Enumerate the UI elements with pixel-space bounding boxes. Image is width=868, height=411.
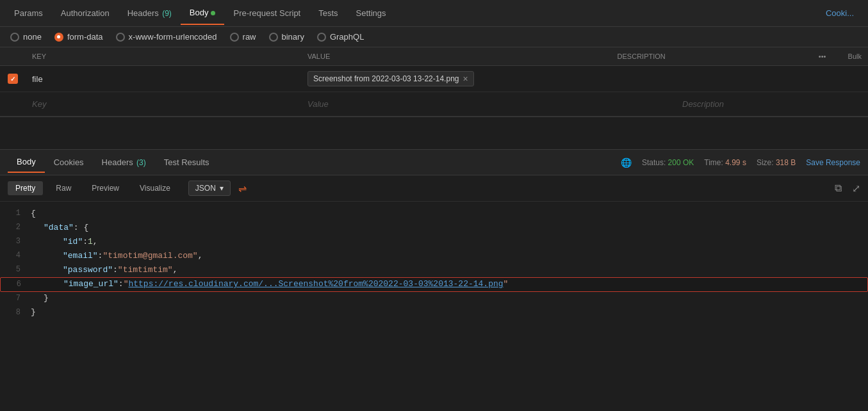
radio-circle-form-data bbox=[54, 33, 63, 42]
tab-authorization[interactable]: Authorization bbox=[52, 2, 119, 24]
view-visualize-button[interactable]: Visualize bbox=[132, 181, 178, 195]
checkbox-checked[interactable] bbox=[8, 74, 18, 84]
expand-icon[interactable]: ⤢ bbox=[852, 182, 860, 195]
json-key-id: "id" bbox=[63, 236, 83, 249]
file-name: Screenshot from 2022-03-03 13-22-14.png bbox=[313, 74, 459, 83]
tab-headers[interactable]: Headers (9) bbox=[119, 2, 181, 24]
placeholder-value[interactable]: Value bbox=[301, 94, 676, 114]
time-value: 4.99 s bbox=[725, 158, 746, 167]
json-comma: , bbox=[198, 250, 203, 263]
resp-tab-headers[interactable]: Headers (3) bbox=[93, 152, 155, 172]
row-checkbox[interactable] bbox=[0, 68, 26, 89]
line-number: 4 bbox=[5, 250, 31, 262]
resp-tab-body[interactable]: Body bbox=[8, 152, 45, 173]
radio-urlencoded[interactable]: x-www-form-urlencoded bbox=[116, 32, 217, 42]
response-panel: Body Cookies Headers (3) Test Results 🌐 … bbox=[0, 149, 868, 325]
line-number: 5 bbox=[5, 264, 31, 276]
row-description[interactable] bbox=[676, 74, 868, 84]
radio-graphql[interactable]: GraphQL bbox=[317, 32, 364, 42]
table-placeholder-row: Key Value Description bbox=[0, 92, 868, 117]
json-value-image-url[interactable]: https://res.cloudinary.com/...Screenshot… bbox=[128, 278, 503, 291]
table-header: KEY VALUE DESCRIPTION ••• Bulk bbox=[0, 47, 868, 66]
size-value: 318 B bbox=[776, 158, 796, 167]
placeholder-key[interactable]: Key bbox=[26, 94, 301, 114]
json-colon: : bbox=[113, 264, 118, 277]
th-checkbox bbox=[0, 47, 26, 65]
globe-icon: 🌐 bbox=[621, 157, 632, 168]
json-value-email: "timotim@gmail.com" bbox=[102, 250, 197, 263]
line-number: 7 bbox=[5, 293, 31, 305]
row-key[interactable]: file bbox=[26, 69, 301, 89]
radio-binary[interactable]: binary bbox=[269, 32, 304, 42]
json-line-2: 2 "data": { bbox=[0, 221, 868, 235]
json-string-quote-open: " bbox=[124, 278, 129, 291]
tab-pre-request[interactable]: Pre-request Script bbox=[224, 2, 309, 24]
th-actions: ••• bbox=[803, 47, 842, 65]
radio-circle-binary bbox=[269, 33, 278, 42]
radio-raw[interactable]: raw bbox=[230, 32, 256, 42]
json-brace-close-inner: } bbox=[44, 292, 49, 305]
th-description: DESCRIPTION bbox=[611, 47, 803, 65]
json-colon: : { bbox=[74, 222, 88, 235]
json-brace-open: { bbox=[31, 207, 36, 221]
line-number: 2 bbox=[5, 222, 31, 234]
radio-none[interactable]: none bbox=[10, 32, 42, 42]
json-colon: : bbox=[119, 278, 124, 291]
th-key: KEY bbox=[26, 47, 301, 65]
format-selector[interactable]: JSON ▾ bbox=[188, 181, 231, 196]
copy-icon[interactable]: ⧉ bbox=[835, 182, 842, 194]
radio-circle-raw bbox=[230, 33, 239, 42]
status-code: 200 bbox=[668, 158, 681, 167]
response-tabs-bar: Body Cookies Headers (3) Test Results 🌐 … bbox=[0, 150, 868, 175]
chevron-down-icon: ▾ bbox=[220, 184, 224, 193]
json-line-3: 3 "id": 1, bbox=[0, 235, 868, 249]
json-line-5: 5 "password": "timtimtim", bbox=[0, 263, 868, 277]
radio-none-label: none bbox=[23, 32, 42, 42]
body-type-selector: none form-data x-www-form-urlencoded raw… bbox=[0, 27, 868, 47]
placeholder-check bbox=[0, 99, 26, 109]
json-colon: : bbox=[83, 236, 88, 249]
size-prefix: Size: bbox=[757, 158, 776, 167]
json-line-8: 8 } bbox=[0, 306, 868, 320]
view-preview-button[interactable]: Preview bbox=[84, 181, 127, 195]
request-tabs: Params Authorization Headers (9) Body Pr… bbox=[0, 0, 868, 27]
view-pretty-button[interactable]: Pretty bbox=[8, 181, 43, 195]
resp-tab-cookies[interactable]: Cookies bbox=[45, 152, 93, 172]
radio-raw-label: raw bbox=[243, 32, 256, 42]
response-view-toolbar: Pretty Raw Preview Visualize JSON ▾ ⇌ ⧉ … bbox=[0, 175, 868, 202]
time-label: Time: 4.99 s bbox=[704, 158, 746, 167]
row-value[interactable]: Screenshot from 2022-03-03 13-22-14.png … bbox=[301, 66, 676, 92]
file-tag-close-icon[interactable]: × bbox=[463, 74, 468, 84]
view-raw-button[interactable]: Raw bbox=[48, 181, 79, 195]
resp-headers-badge: (3) bbox=[135, 158, 146, 167]
tab-settings[interactable]: Settings bbox=[347, 2, 395, 24]
json-string-quote-close: " bbox=[504, 278, 509, 291]
json-line-6: 6 "image_url": "https://res.cloudinary.c… bbox=[0, 277, 868, 292]
radio-circle-none bbox=[10, 33, 19, 42]
json-value-id: 1 bbox=[88, 236, 93, 249]
cookies-link[interactable]: Cooki... bbox=[817, 2, 863, 24]
json-value-password: "timtimtim" bbox=[118, 264, 173, 277]
json-brace-close-outer: } bbox=[31, 306, 36, 319]
radio-form-data[interactable]: form-data bbox=[54, 32, 103, 42]
json-key-password: "password" bbox=[63, 264, 113, 277]
save-response-button[interactable]: Save Response bbox=[806, 158, 860, 167]
radio-urlencoded-label: x-www-form-urlencoded bbox=[129, 32, 217, 42]
radio-circle-graphql bbox=[317, 33, 326, 42]
radio-circle-urlencoded bbox=[116, 33, 125, 42]
spacer bbox=[0, 117, 868, 149]
resp-tab-test-results[interactable]: Test Results bbox=[155, 152, 218, 172]
json-line-1: 1 { bbox=[0, 207, 868, 221]
tab-params[interactable]: Params bbox=[5, 2, 52, 24]
resp-tab-headers-label: Headers bbox=[102, 157, 133, 167]
tab-headers-label: Headers bbox=[127, 8, 159, 18]
tab-tests[interactable]: Tests bbox=[309, 2, 347, 24]
tab-body-label: Body bbox=[190, 8, 209, 17]
placeholder-desc[interactable]: Description bbox=[676, 94, 868, 114]
th-bulk: Bulk bbox=[842, 47, 868, 65]
json-key-email: "email" bbox=[63, 250, 98, 263]
radio-binary-label: binary bbox=[282, 32, 304, 42]
json-line-4: 4 "email": "timotim@gmail.com", bbox=[0, 249, 868, 263]
tab-body[interactable]: Body bbox=[181, 1, 225, 25]
filter-icon[interactable]: ⇌ bbox=[238, 182, 247, 195]
